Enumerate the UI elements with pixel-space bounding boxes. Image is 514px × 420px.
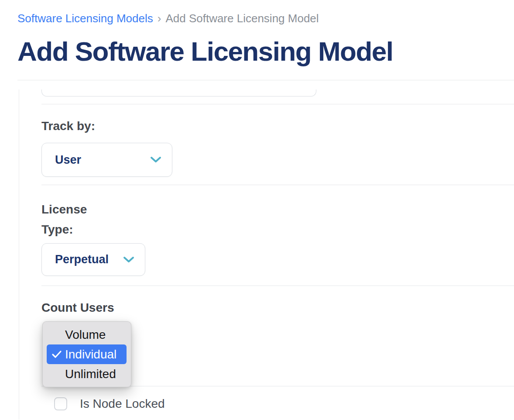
license-type-label: License Type:	[41, 200, 98, 240]
checkmark-icon	[51, 344, 62, 364]
chevron-down-icon	[150, 156, 161, 164]
dropdown-option-individual[interactable]: Individual	[47, 344, 127, 364]
track-by-label: Track by:	[41, 119, 514, 134]
row-divider	[41, 185, 514, 185]
page-divider	[17, 80, 514, 80]
page: Software Licensing Models›Add Software L…	[0, 0, 514, 420]
form-panel: Track by: User License Type: Perpetual C…	[19, 90, 514, 420]
track-by-selected-value: User	[55, 153, 81, 167]
is-node-locked-checkbox[interactable]	[54, 397, 67, 410]
dropdown-option-unlimited[interactable]: Unlimited	[43, 364, 131, 384]
dropdown-option-individual-label: Individual	[65, 348, 117, 361]
dropdown-option-volume[interactable]: Volume	[43, 325, 131, 344]
license-type-selected-value: Perpetual	[55, 253, 109, 266]
row-divider	[41, 286, 514, 286]
count-users-label: Count Users	[41, 300, 514, 315]
breadcrumb: Software Licensing Models›Add Software L…	[0, 0, 514, 25]
chevron-down-icon	[123, 256, 134, 264]
page-title: Add Software Licensing Model	[17, 37, 514, 66]
breadcrumb-separator: ›	[158, 12, 161, 25]
track-by-select[interactable]: User	[41, 143, 172, 177]
count-users-dropdown-menu: Volume Individual Unlimited	[42, 321, 131, 387]
is-node-locked-label: Is Node Locked	[80, 397, 165, 411]
breadcrumb-link-software-licensing-models[interactable]: Software Licensing Models	[17, 12, 153, 25]
license-type-select[interactable]: Perpetual	[41, 243, 145, 276]
is-node-locked-row[interactable]: Is Node Locked	[54, 397, 165, 411]
text-input-partial[interactable]	[41, 90, 316, 96]
row-divider	[41, 104, 514, 104]
breadcrumb-current-page: Add Software Licensing Model	[165, 12, 319, 25]
